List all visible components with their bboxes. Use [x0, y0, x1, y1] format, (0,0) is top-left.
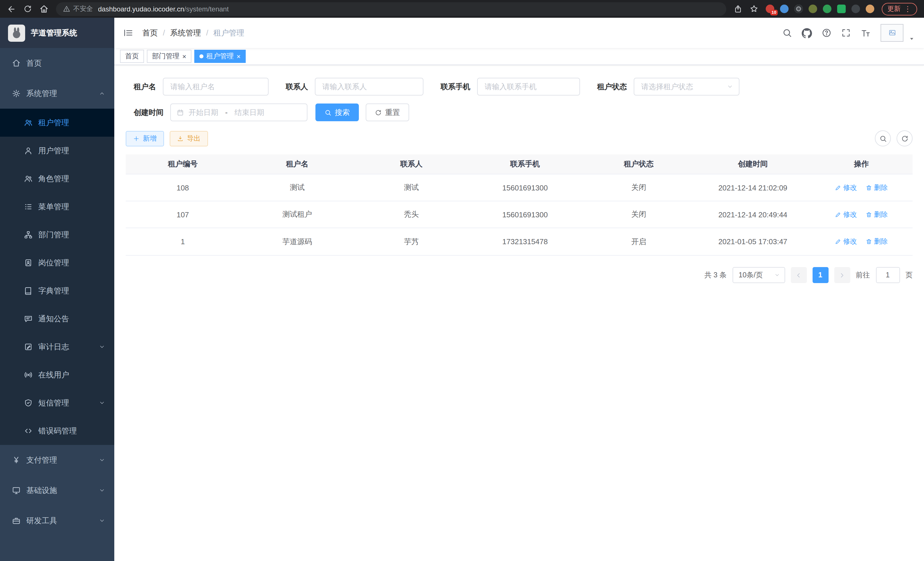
filter-tenant-name: 租户名	[134, 78, 268, 96]
extension-icon-6[interactable]	[837, 5, 846, 13]
extension-icon-5[interactable]	[823, 5, 831, 13]
tab-label: 部门管理	[152, 51, 179, 61]
system-submenu: 租户管理 用户管理 角色管理 菜单管理	[0, 109, 114, 445]
back-icon[interactable]	[7, 4, 16, 14]
extensions-row: 10	[766, 5, 874, 13]
page-size-select[interactable]: 10条/页	[732, 267, 785, 283]
code-icon	[24, 427, 33, 435]
help-icon[interactable]	[822, 28, 831, 38]
header-search-icon[interactable]	[782, 28, 792, 38]
close-icon[interactable]: ×	[182, 53, 186, 60]
sidebar-item-notice[interactable]: 通知公告	[0, 305, 114, 333]
edit-link[interactable]: 修改	[835, 237, 857, 247]
sidebar-item-label: 岗位管理	[38, 258, 69, 268]
bookmark-star-icon[interactable]	[750, 5, 758, 13]
sidebar-item-label: 部门管理	[38, 230, 69, 240]
sidebar-item-sms[interactable]: 短信管理	[0, 389, 114, 417]
tenant-name-input[interactable]	[163, 78, 268, 96]
sidebar-item-role[interactable]: 角色管理	[0, 165, 114, 193]
next-page-button[interactable]	[834, 267, 850, 283]
filter-status: 租户状态 请选择租户状态	[597, 78, 740, 96]
browser-menu-icon[interactable]: ⋮	[904, 5, 911, 13]
profile-avatar-icon[interactable]	[866, 5, 874, 13]
reload-icon[interactable]	[23, 5, 32, 13]
sidebar-group-devtools[interactable]: 研发工具	[0, 505, 114, 536]
update-label: 更新	[887, 5, 901, 13]
pagination-total: 共 3 条	[704, 270, 727, 280]
tab-dept[interactable]: 部门管理 ×	[147, 50, 191, 63]
tab-tenant[interactable]: 租户管理 ×	[194, 50, 246, 63]
breadcrumb-item-current: 租户管理	[213, 28, 244, 38]
extension-icon-4[interactable]	[808, 5, 817, 13]
avatar-caret-icon[interactable]	[909, 35, 915, 42]
col-header-status: 租户状态	[582, 159, 695, 169]
tenant-status-select[interactable]: 请选择租户状态	[634, 78, 740, 96]
sidebar-group-infra[interactable]: 基础设施	[0, 475, 114, 505]
show-search-icon-button[interactable]	[875, 130, 891, 146]
extension-icon-2[interactable]	[780, 5, 789, 13]
main-area: 首页 / 系统管理 / 租户管理	[114, 18, 924, 561]
extension-icon-3[interactable]	[794, 5, 803, 13]
sidebar-item-error-code[interactable]: 错误码管理	[0, 417, 114, 445]
sidebar-item-post[interactable]: 岗位管理	[0, 249, 114, 277]
search-button[interactable]: 搜索	[315, 104, 359, 121]
prev-page-button[interactable]	[790, 267, 807, 283]
cell-phone: 15601691300	[468, 210, 582, 219]
add-button[interactable]: 新增	[126, 131, 164, 146]
delete-link[interactable]: 删除	[866, 183, 888, 193]
collapse-sidebar-icon[interactable]	[123, 28, 133, 38]
col-header-actions: 操作	[810, 159, 913, 169]
cell-phone: 15601691300	[468, 183, 582, 192]
browser-update-button[interactable]: 更新 ⋮	[882, 3, 917, 15]
font-size-icon[interactable]	[861, 28, 871, 38]
address-bar[interactable]: 不安全 dashboard.yudao.iocoder.cn/system/te…	[56, 2, 726, 16]
extension-icon-7[interactable]	[851, 5, 860, 13]
select-placeholder: 请选择租户状态	[641, 81, 693, 92]
sidebar-item-dict[interactable]: 字典管理	[0, 277, 114, 305]
chevron-down-icon	[99, 487, 105, 493]
user-avatar[interactable]	[880, 24, 903, 42]
edit-link[interactable]: 修改	[835, 210, 857, 219]
security-chip[interactable]: 不安全	[63, 5, 93, 13]
sidebar-item-dept[interactable]: 部门管理	[0, 221, 114, 249]
app-logo[interactable]: 芋道管理系统	[0, 18, 114, 48]
breadcrumb-item-home[interactable]: 首页	[142, 28, 158, 38]
breadcrumb-item-system[interactable]: 系统管理	[170, 28, 201, 38]
export-button[interactable]: 导出	[170, 131, 208, 146]
sidebar-item-tenant[interactable]: 租户管理	[0, 109, 114, 137]
table-row: 107 测试租户 秃头 15601691300 关闭 2021-12-14 20…	[126, 201, 913, 228]
github-icon[interactable]	[802, 28, 812, 38]
filter-label: 创建时间	[134, 107, 164, 117]
share-icon[interactable]	[734, 5, 742, 13]
tab-home[interactable]: 首页	[120, 50, 144, 63]
close-icon[interactable]: ×	[237, 53, 241, 60]
phone-input[interactable]	[477, 78, 580, 96]
cell-contact: 芋艿	[355, 236, 468, 247]
refresh-table-button[interactable]	[897, 130, 913, 146]
sidebar-item-label: 系统管理	[26, 88, 57, 99]
contact-input[interactable]	[315, 78, 423, 96]
delete-link[interactable]: 删除	[866, 210, 888, 219]
fullscreen-icon[interactable]	[841, 28, 851, 38]
app-shell: 芋道管理系统 首页 系统管理 租户管理	[0, 18, 924, 561]
breadcrumb-separator: /	[206, 29, 208, 37]
goto-page-input[interactable]	[876, 267, 900, 283]
sidebar-item-home[interactable]: 首页	[0, 48, 114, 78]
page-number-button[interactable]: 1	[812, 267, 828, 283]
edit-link[interactable]: 修改	[835, 183, 857, 193]
reset-button[interactable]: 重置	[366, 104, 409, 121]
cell-tenant-name: 芋道源码	[240, 236, 355, 247]
org-tree-icon	[24, 230, 33, 239]
create-time-range-picker[interactable]: 开始日期 - 结束日期	[170, 104, 308, 121]
sidebar-item-menu[interactable]: 菜单管理	[0, 193, 114, 221]
delete-link[interactable]: 删除	[866, 237, 888, 247]
sidebar-group-payment[interactable]: 支付管理	[0, 445, 114, 475]
sidebar-item-label: 研发工具	[26, 516, 57, 526]
sidebar-group-system[interactable]: 系统管理	[0, 78, 114, 109]
sidebar-item-audit-log[interactable]: 审计日志	[0, 333, 114, 361]
cell-contact: 测试	[355, 182, 468, 193]
sidebar-item-user[interactable]: 用户管理	[0, 137, 114, 165]
extension-icon-1[interactable]: 10	[766, 5, 774, 13]
browser-home-icon[interactable]	[39, 4, 49, 14]
sidebar-item-online-users[interactable]: 在线用户	[0, 361, 114, 389]
